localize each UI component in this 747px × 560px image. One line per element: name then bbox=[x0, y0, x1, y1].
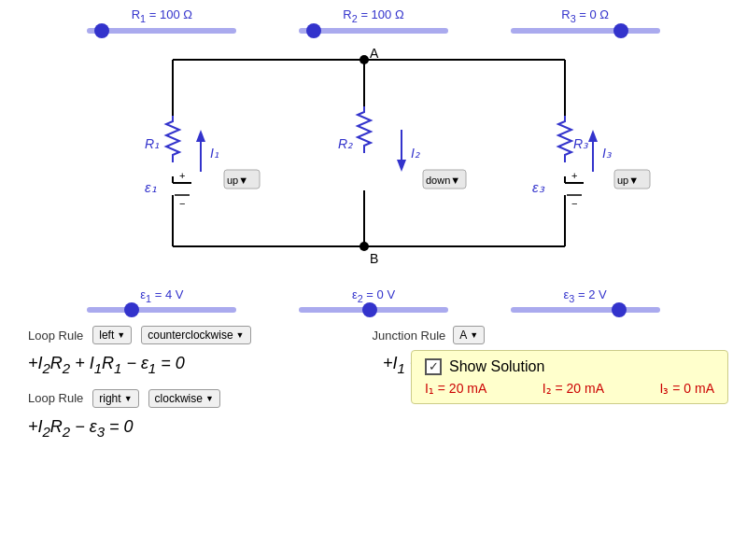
svg-marker-25 bbox=[588, 130, 598, 142]
solution-values: I₁ = 20 mA I₂ = 20 mA I₃ = 0 mA bbox=[425, 381, 714, 396]
junction-rule-label: Junction Rule bbox=[373, 329, 446, 343]
loop2-side-select[interactable]: right bbox=[92, 389, 138, 408]
r1-slider-group: R1 = 100 Ω bbox=[59, 7, 264, 34]
loop2-controls: Loop Rule right clockwise Show Solution … bbox=[0, 384, 747, 413]
circuit-diagram: A B R₁ R₂ R₃ + − ε₁ + − ε₃ I₁ bbox=[0, 41, 747, 284]
r3-slider-group: R3 = 0 Ω bbox=[483, 7, 688, 34]
e3-track bbox=[511, 307, 660, 313]
svg-marker-21 bbox=[196, 130, 205, 142]
r1-label: R1 = 100 Ω bbox=[132, 7, 192, 24]
e1-thumb[interactable] bbox=[124, 302, 139, 317]
loop2-direction-select[interactable]: clockwise bbox=[148, 389, 220, 408]
show-solution-checkbox[interactable] bbox=[425, 358, 442, 375]
r2-slider-group: R2 = 100 Ω bbox=[271, 7, 476, 34]
loop1-equation: +I2R2 + I1R1 − ε1 = 0 bbox=[28, 354, 308, 376]
bottom-sliders: ε1 = 4 V ε2 = 0 V ε3 = 2 V bbox=[0, 284, 747, 317]
junction-node-select[interactable]: A bbox=[453, 326, 485, 344]
e3-circuit-label: ε₃ bbox=[532, 179, 545, 195]
svg-point-10 bbox=[359, 55, 369, 64]
top-sliders: R1 = 100 Ω R2 = 100 Ω R3 = 0 Ω bbox=[0, 0, 747, 41]
e3-plus: + bbox=[571, 170, 577, 181]
junction-controls: Junction Rule A bbox=[373, 326, 486, 344]
e1-plus: + bbox=[179, 170, 185, 181]
loop1-controls: Loop Rule left counterclockwise Junction… bbox=[0, 320, 747, 350]
e1-slider-group: ε1 = 4 V bbox=[59, 287, 264, 314]
r1-circuit-label: R₁ bbox=[145, 136, 160, 151]
e1-slider-label: ε1 = 4 V bbox=[140, 287, 183, 304]
e3-slider-group: ε3 = 2 V bbox=[483, 287, 688, 314]
show-solution-label: Show Solution bbox=[449, 358, 544, 375]
solution-i2: I₂ = 20 mA bbox=[543, 381, 604, 396]
loop1-side-select[interactable]: left bbox=[92, 326, 132, 344]
i2-circuit-label: I₂ bbox=[411, 146, 420, 161]
svg-point-11 bbox=[359, 242, 369, 251]
solution-i3: I₃ = 0 mA bbox=[659, 381, 714, 396]
e3-thumb[interactable] bbox=[612, 302, 627, 317]
i3-circuit-label: I₃ bbox=[602, 146, 613, 161]
loop-rule-label-2: Loop Rule bbox=[28, 391, 83, 405]
node-a-label: A bbox=[370, 46, 379, 61]
e3-minus: − bbox=[571, 198, 577, 209]
i2-dir-select[interactable]: down▼ bbox=[426, 175, 460, 186]
i1-dir-select[interactable]: up▼ bbox=[227, 175, 248, 186]
r2-track bbox=[299, 28, 448, 34]
loop1-direction-select[interactable]: counterclockwise bbox=[141, 326, 250, 344]
e2-thumb[interactable] bbox=[362, 302, 377, 317]
r3-track bbox=[511, 28, 660, 34]
r3-label: R3 = 0 Ω bbox=[561, 7, 609, 24]
r2-label: R2 = 100 Ω bbox=[343, 7, 403, 24]
r2-thumb[interactable] bbox=[306, 23, 321, 38]
e3-slider-label: ε3 = 2 V bbox=[564, 287, 607, 304]
e2-slider-group: ε2 = 0 V bbox=[271, 287, 476, 314]
e2-track bbox=[299, 307, 448, 313]
r1-track bbox=[87, 28, 236, 34]
loop2-equation: +I2R2 − ε3 = 0 bbox=[0, 415, 747, 441]
solution-box: Show Solution I₁ = 20 mA I₂ = 20 mA I₃ =… bbox=[411, 350, 728, 404]
r1-thumb[interactable] bbox=[94, 23, 109, 38]
e1-minus: − bbox=[179, 198, 185, 209]
e1-circuit-label: ε₁ bbox=[145, 179, 157, 195]
e2-slider-label: ε2 = 0 V bbox=[352, 287, 395, 304]
r3-thumb[interactable] bbox=[613, 23, 628, 38]
r2-circuit-label: R₂ bbox=[338, 136, 353, 151]
node-b-label: B bbox=[370, 251, 378, 266]
r3-circuit-label: R₃ bbox=[573, 136, 589, 151]
solution-header: Show Solution bbox=[425, 358, 714, 375]
solution-i1: I₁ = 20 mA bbox=[425, 381, 486, 396]
svg-marker-23 bbox=[397, 160, 406, 172]
loop-rule-label-1: Loop Rule bbox=[28, 329, 83, 343]
i1-circuit-label: I₁ bbox=[210, 146, 219, 161]
i3-dir-select[interactable]: up▼ bbox=[617, 175, 639, 186]
e1-track bbox=[87, 307, 236, 313]
circuit-svg: A B R₁ R₂ R₃ + − ε₁ + − ε₃ I₁ bbox=[0, 41, 747, 284]
